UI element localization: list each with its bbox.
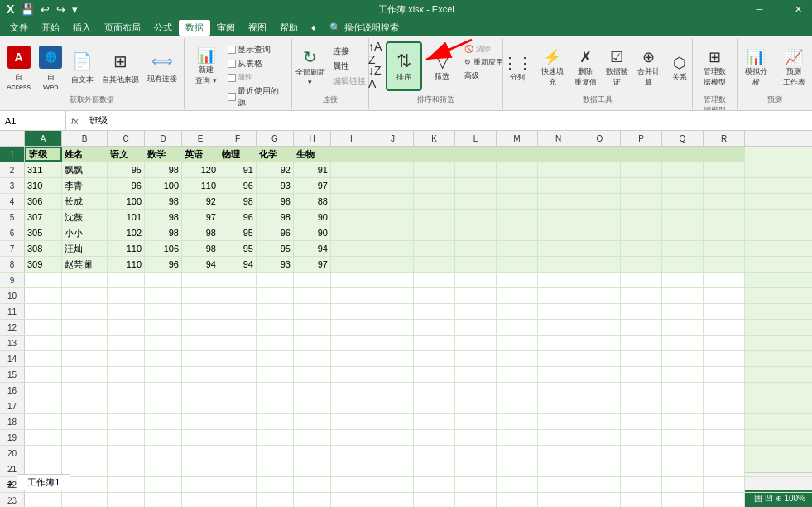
grid-cell-empty[interactable]	[414, 336, 455, 350]
grid-cell[interactable]	[25, 383, 62, 398]
grid-cell-empty[interactable]	[621, 383, 662, 398]
grid-cell-empty[interactable]	[372, 351, 414, 366]
grid-cell-empty[interactable]	[579, 273, 621, 287]
grid-cell-empty[interactable]	[662, 367, 704, 382]
property-check[interactable]: 属性	[226, 71, 288, 84]
grid-cell[interactable]	[182, 398, 219, 413]
grid-cell[interactable]	[257, 461, 294, 476]
grid-cell[interactable]: 95	[219, 225, 257, 240]
row-header-1[interactable]: 1	[0, 147, 25, 162]
grid-cell[interactable]	[62, 351, 108, 366]
grid-cell[interactable]	[257, 493, 294, 507]
grid-cell[interactable]	[662, 225, 704, 240]
grid-cell[interactable]	[108, 304, 145, 319]
grid-cell[interactable]: 305	[25, 225, 62, 240]
grid-cell[interactable]: 106	[145, 241, 182, 256]
grid-cell[interactable]	[704, 257, 745, 272]
grid-cell[interactable]	[219, 336, 257, 350]
row-header-16[interactable]: 16	[0, 383, 25, 398]
row-header-15[interactable]: 15	[0, 367, 25, 382]
minimize-btn[interactable]: ─	[753, 4, 766, 15]
grid-cell[interactable]	[579, 147, 621, 162]
grid-cell-empty[interactable]	[414, 446, 455, 461]
grid-cell-empty[interactable]	[372, 430, 414, 445]
grid-cell[interactable]: 97	[294, 178, 331, 193]
grid-cell-empty[interactable]	[331, 288, 372, 303]
grid-cell[interactable]: 93	[257, 257, 294, 272]
grid-cell-empty[interactable]	[579, 477, 621, 492]
grid-cell-empty[interactable]	[662, 288, 704, 303]
grid-cell[interactable]	[372, 194, 414, 209]
grid-cell-empty[interactable]	[372, 336, 414, 350]
grid-cell-empty[interactable]	[662, 430, 704, 445]
grid-cell-empty[interactable]	[579, 414, 621, 429]
consolidate-button[interactable]: ⊕ 合并计算	[633, 41, 663, 94]
grid-cell[interactable]	[257, 383, 294, 398]
grid-cell-empty[interactable]	[786, 194, 812, 209]
grid-cell-empty[interactable]	[579, 367, 621, 382]
grid-cell-empty[interactable]	[745, 257, 786, 272]
grid-cell[interactable]	[145, 367, 182, 382]
sort-button[interactable]: ⇅ 排序	[386, 41, 422, 91]
grid-cell[interactable]	[294, 273, 331, 287]
grid-cell[interactable]: 97	[182, 210, 219, 225]
grid-cell[interactable]	[219, 351, 257, 366]
grid-cell-empty[interactable]	[786, 147, 812, 162]
grid-cell[interactable]	[145, 493, 182, 507]
grid-cell[interactable]: 311	[25, 162, 62, 177]
grid-cell[interactable]	[372, 225, 414, 240]
grid-cell[interactable]	[331, 225, 372, 240]
maximize-btn[interactable]: □	[772, 4, 785, 15]
grid-cell-empty[interactable]	[538, 320, 579, 335]
grid-cell[interactable]	[662, 194, 704, 209]
grid-cell[interactable]	[145, 477, 182, 492]
grid-cell[interactable]	[579, 257, 621, 272]
grid-cell[interactable]	[108, 336, 145, 350]
row-header-8[interactable]: 8	[0, 257, 25, 272]
grid-cell-empty[interactable]	[786, 162, 812, 177]
grid-cell-empty[interactable]	[704, 477, 745, 492]
grid-cell[interactable]: 100	[108, 194, 145, 209]
grid-cell-empty[interactable]	[455, 351, 497, 366]
row-header-14[interactable]: 14	[0, 351, 25, 366]
row-header-12[interactable]: 12	[0, 320, 25, 335]
col-header-J[interactable]: J	[372, 131, 414, 146]
grid-cell-empty[interactable]	[662, 383, 704, 398]
grid-cell[interactable]: 110	[108, 241, 145, 256]
row-header-11[interactable]: 11	[0, 304, 25, 319]
customize-btn[interactable]: ▾	[70, 3, 79, 16]
grid-cell-empty[interactable]	[372, 477, 414, 492]
grid-cell[interactable]	[145, 461, 182, 476]
grid-cell[interactable]	[497, 194, 538, 209]
grid-cell[interactable]	[455, 241, 497, 256]
grid-cell-empty[interactable]	[372, 398, 414, 413]
grid-cell-empty[interactable]	[704, 446, 745, 461]
grid-cell[interactable]: 汪灿	[62, 241, 108, 256]
grid-cell-empty[interactable]	[662, 398, 704, 413]
grid-cell-empty[interactable]	[745, 178, 786, 193]
grid-cell[interactable]	[414, 241, 455, 256]
col-header-D[interactable]: D	[145, 131, 182, 146]
grid-cell[interactable]	[108, 320, 145, 335]
grid-cell-empty[interactable]	[786, 225, 812, 240]
grid-cell[interactable]	[182, 320, 219, 335]
from-table-check[interactable]: 从表格	[226, 57, 288, 70]
grid-cell-empty[interactable]	[497, 398, 538, 413]
grid-cell[interactable]	[704, 210, 745, 225]
grid-cell-empty[interactable]	[662, 461, 704, 476]
grid-cell[interactable]	[108, 477, 145, 492]
grid-cell[interactable]	[579, 210, 621, 225]
grid-cell-empty[interactable]	[745, 194, 786, 209]
row-header-3[interactable]: 3	[0, 178, 25, 193]
col-header-B[interactable]: B	[62, 131, 108, 146]
grid-cell[interactable]	[145, 320, 182, 335]
grid-cell-empty[interactable]	[579, 430, 621, 445]
grid-cell-empty[interactable]	[455, 493, 497, 507]
grid-cell-empty[interactable]	[372, 383, 414, 398]
grid-cell[interactable]	[414, 210, 455, 225]
col-header-N[interactable]: N	[538, 131, 579, 146]
grid-cell-empty[interactable]	[704, 398, 745, 413]
menu-page-layout[interactable]: 页面布局	[98, 20, 147, 36]
grid-cell[interactable]	[62, 367, 108, 382]
grid-cell[interactable]	[497, 147, 538, 162]
